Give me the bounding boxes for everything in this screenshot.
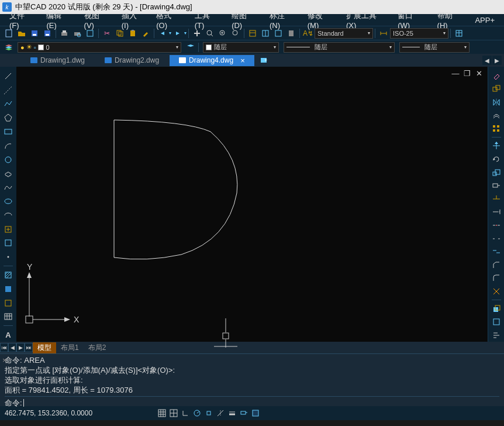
make-block-icon[interactable] [2,238,14,249]
open-icon[interactable] [16,28,27,39]
ellipse-icon[interactable] [2,195,14,207]
spline-icon[interactable] [2,181,14,193]
fillet-icon[interactable] [491,273,502,284]
rotate-icon[interactable] [491,154,502,165]
solid-edit-icon[interactable] [491,317,502,328]
paste-icon[interactable] [127,28,138,39]
construction-line-icon[interactable] [2,84,14,96]
dyn-icon[interactable] [239,408,249,418]
zoom-prev-icon[interactable] [230,28,241,39]
grid-icon[interactable] [168,408,179,418]
revcloud-icon[interactable] [2,168,14,180]
ellipse-arc-icon[interactable] [2,209,14,221]
linetype-dropdown[interactable]: 随层 ▾ [284,42,395,53]
menu-dim[interactable]: 标注(N) [263,11,301,30]
calc-icon[interactable] [286,28,296,39]
mtext-icon[interactable]: A [2,329,14,341]
polar-icon[interactable] [192,408,202,418]
zoom-realtime-icon[interactable] [205,28,215,39]
lwt-icon[interactable] [227,408,237,418]
tab-first-icon[interactable]: ⏮ [0,343,8,352]
table-style-icon[interactable] [454,28,464,39]
layer-dropdown[interactable]: ● ☀ ▫ 0 ▾ [18,42,181,53]
model-toggle-icon[interactable] [250,408,261,418]
trim-icon[interactable] [491,193,502,204]
table-icon[interactable] [2,311,14,323]
annotation-scale-icon[interactable]: A↯ [303,28,313,39]
redo-dropdown-icon[interactable]: ▾ [184,30,187,36]
menu-insert[interactable]: 插入(I) [115,11,149,30]
new-icon[interactable] [4,28,14,39]
tab-next-icon[interactable]: ▶ [16,343,25,352]
arc-icon[interactable] [2,140,14,152]
properties-icon[interactable] [247,28,258,39]
match-icon[interactable] [140,28,151,39]
menu-window[interactable]: 窗口(W) [391,11,430,30]
minimize-icon[interactable]: — [451,69,460,77]
close-icon[interactable]: ✕ [475,69,483,77]
region-icon[interactable] [2,297,14,309]
hatch-icon[interactable] [2,269,14,281]
polygon-icon[interactable] [2,112,14,123]
copy-object-icon[interactable] [491,84,502,95]
saveas-icon[interactable] [42,28,53,39]
restore-icon[interactable]: ❐ [463,69,471,77]
drawing-canvas[interactable]: — ❐ ✕ Y X [16,67,488,342]
save-icon[interactable] [29,28,40,39]
undo-icon[interactable] [157,28,168,39]
copy-icon[interactable] [115,28,125,39]
doc-tab-active[interactable]: Drawing4.dwg × [170,55,254,66]
circle-icon[interactable] [2,154,14,166]
menu-edit[interactable]: 编辑(E) [39,11,77,30]
print-preview-icon[interactable] [72,28,82,39]
coordinate-display[interactable]: 462.7475, 153.2360, 0.0000 [5,409,122,417]
scale-icon[interactable] [491,167,502,178]
command-line[interactable]: × 命令: AREA 指定第一点或 [对象(O)/添加(A)/减去(S)]<对象… [0,353,504,406]
new-tab-icon[interactable]: + [259,55,270,66]
menu-tools[interactable]: 工具(T) [188,11,225,30]
polyline-icon[interactable] [2,98,14,110]
offset-icon[interactable] [491,110,502,121]
model-tab[interactable]: 模型 [33,342,56,353]
explode-icon[interactable] [491,286,502,297]
snap-icon[interactable] [157,408,167,418]
gradient-icon[interactable] [2,283,14,295]
stretch-icon[interactable] [491,180,502,191]
ortho-icon[interactable] [180,408,191,418]
color-dropdown[interactable]: 随层 ▾ [203,42,279,53]
align-icon[interactable] [491,329,502,341]
text-style-dropdown[interactable]: Standard ▾ [315,28,373,39]
menu-draw[interactable]: 绘图(D) [225,11,263,30]
insert-block-icon[interactable] [2,224,14,235]
rectangle-icon[interactable] [2,126,14,138]
menu-help[interactable]: 帮助(H) [430,11,468,30]
undo-dropdown-icon[interactable]: ▾ [169,30,171,36]
point-icon[interactable] [2,251,14,263]
join-icon[interactable] [491,246,502,257]
osnap-icon[interactable] [203,408,214,418]
redo-icon[interactable] [172,28,183,39]
design-center-icon[interactable] [260,28,271,39]
layout2-tab[interactable]: 布局2 [84,342,111,353]
zoom-window-icon[interactable] [218,28,228,39]
menu-file[interactable]: 文件(F) [2,11,39,30]
close-tab-icon[interactable]: × [240,56,245,65]
doc-tab[interactable]: Drawing2.dwg [95,55,168,66]
draworder-icon[interactable] [491,303,502,314]
doc-tab[interactable]: Drawing1.dwg [21,55,94,66]
chamfer-icon[interactable] [491,259,502,270]
dim-style-dropdown[interactable]: ISO-25 ▾ [390,28,448,39]
layer-prev-icon[interactable] [185,42,195,53]
publish-icon[interactable] [85,28,95,39]
extend-icon[interactable] [491,207,502,218]
menu-view[interactable]: 视图(V) [77,11,115,30]
erase-icon[interactable] [491,70,502,81]
cut-icon[interactable]: ✂ [102,28,112,39]
tab-last-icon[interactable]: ⏭ [25,343,33,352]
mirror-icon[interactable] [491,97,502,108]
layout1-tab[interactable]: 布局1 [56,342,84,353]
tool-palette-icon[interactable] [273,28,284,39]
tab-scroll-right-icon[interactable]: ▶ [492,56,502,65]
break-at-point-icon[interactable] [491,220,502,231]
otrack-icon[interactable] [215,408,226,418]
